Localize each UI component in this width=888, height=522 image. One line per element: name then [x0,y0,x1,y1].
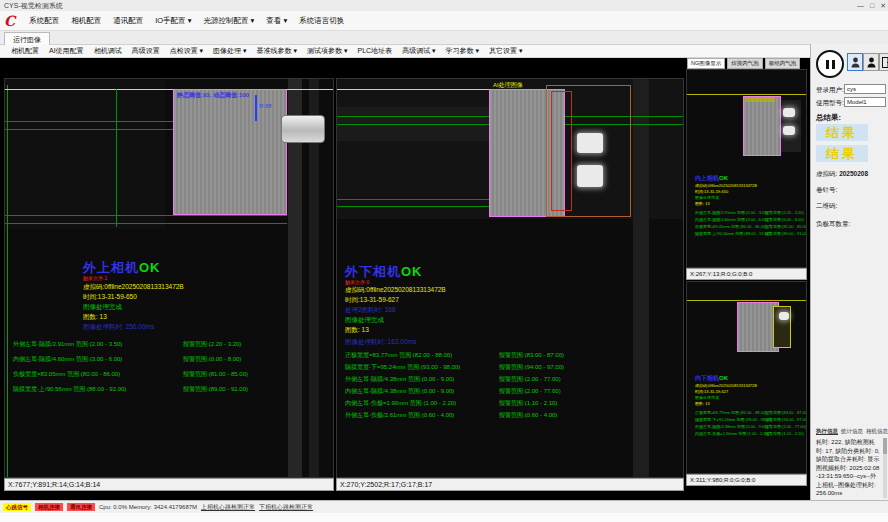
cam-up-heartbeat-status: 上相机心跳检测正常 [201,503,255,512]
camera-thumb-top[interactable]: 内上相机OK 虚拟码:0ffline2025020813313472B 时间:1… [686,69,807,268]
alarm-range-text: 报警范围:(83.00 - 87.00) [499,351,564,360]
green-guide-line [7,85,8,478]
tab-run-image[interactable]: 运行图像 [4,32,50,46]
pause-button[interactable] [816,50,844,78]
camera-view-center[interactable]: AI处理图像 外下相机OK 触发次序:0 虚拟码:0ffline20250208… [336,78,684,478]
measurement-text: 内侧左耳-隔膜/4.60mm 范围:(3.00 - 6.00) [13,355,122,364]
alarm-range-text: 报警范围:(94.00 - 97.00) [499,363,564,372]
exit-button[interactable] [879,53,888,71]
menu-comm-config[interactable]: 通讯配置 [107,16,149,26]
measurement-text: 隔膜宽度-上/90.56mm 范围:(88.00 - 92.00) [13,385,126,394]
thumb-bottom-statusbar: X:311;Y:980;R:0;G:0;B:0 [686,474,807,486]
measurement-text: 正极宽度=83.77mm 范围:(82.00 - 88.00) [345,351,452,360]
user-login-button[interactable] [847,53,863,71]
marker-label: R:88 [259,103,272,109]
time-line: 时间:13-31-59-650 [83,293,137,302]
measurement-row: 外侧左耳-隔膜/2.91mm 范围:(2.00 - 3.50) 报警范围:(2.… [5,340,333,350]
camera-title: 内上相机OK [695,174,728,183]
tool-ai-config[interactable]: AI使用配置 [44,46,89,56]
camera-result-ok: OK [401,264,423,279]
user-admin-button[interactable] [863,53,879,71]
yellow-reference-line [687,300,807,301]
menu-language-switch[interactable]: 系统语言切换 [293,16,350,26]
process-done-line: 图像处理完成 [695,195,719,200]
virtual-code-caption: 虚拟码: [816,170,837,177]
measurement-text: 负极宽度=83.05mm 范围:(80.00 - 86.00) [13,370,120,379]
alarm-range-text: 报警范围:(81.00 - 85.00) [765,224,807,229]
alarm-range-text: 报警范围:(83.00 - 87.00) [765,410,807,415]
menu-view[interactable]: 查看 ▾ [260,16,293,26]
alarm-range-text: 报警范围:(2.00 - 77.00) [499,387,561,396]
info-tab-camera[interactable]: 相机信息 [866,428,888,435]
process-done-line: 图像处理完成 [695,395,719,400]
thumb-top-coord-readout: X:267;Y:13;R:0;G:0;B:0 [690,271,752,277]
total-result-label: 总结果: [816,113,841,123]
measurement-text: 隔膜宽度-上/90.56mm 范围:(88.00 - 92.00) [695,231,771,236]
alarm-range-text: 报警范围:(81.00 - 85.00) [183,370,248,379]
measurement-text: 隔膜宽度-下=95.24mm 范围:(93.00 - 98.00) [345,363,460,372]
menu-io-config[interactable]: IO手配置 ▾ [149,16,197,26]
info-log-text: 耗时: 222, 缺陷检测耗时: 17, 缺陷分类耗时: 0, 缺陷提取合并耗时… [816,438,880,498]
tool-other-settings[interactable]: 其它设置 ▾ [484,46,527,56]
bright-weld-spot [783,126,795,135]
cam-down-heartbeat-status: 下相机心跳检测正常 [259,503,313,512]
measurement-text: 外侧左耳-隔膜/4.38mm 范围:(0.00 - 9.00) [695,424,768,429]
comm-connect-badge: 通讯连接 [67,503,95,511]
tool-learning-params[interactable]: 学习参数 ▾ [441,46,484,56]
bright-weld-spot [783,108,795,117]
tool-spotcheck-settings[interactable]: 点检设置 ▾ [165,46,208,56]
thumbnail-tab-bar: NG图像显示 焊接内气泡 极组内气泡 [687,58,800,69]
trigger-order-label: 触发次序:0 [345,279,369,285]
neg-tab-count-label: 负极耳数量: [816,220,850,229]
pause-icon [826,60,835,69]
minimize-icon[interactable]: — [857,0,864,11]
pin-number-label: 卷针号: [816,186,837,195]
measurement-row: 负极宽度=83.05mm 范围:(80.00 - 86.00) 报警范围:(81… [5,370,333,380]
cpu-memory-readout: Cpu: 0.0% Memory: 3424.4179687M [99,504,197,510]
info-tab-exec[interactable]: 执行信息 [816,428,838,435]
trigger-order-label: 触发次序:1 [83,275,107,281]
tool-test-params[interactable]: 测试项参数 ▾ [302,46,352,56]
tool-plc-address[interactable]: PLC地址表 [353,46,398,56]
alarm-range-text: 报警范围:(0.00 - 8.00) [765,217,804,222]
center-coord-statusbar: X:270;Y:2502;R:17;G:17;B:17 [336,478,684,491]
menu-light-config[interactable]: 光源控制配置 ▾ [197,16,260,26]
maximize-icon[interactable]: □ [870,0,874,11]
tool-baseline-params[interactable]: 基准线参数 ▾ [252,46,302,56]
tool-image-processing[interactable]: 图像处理 ▾ [208,46,251,56]
alarm-range-text: 报警范围:(89.00 - 91.00) [765,231,807,236]
blue-marker-line [255,95,257,121]
camera-view-left[interactable]: 静态阈值:93, 动态阈值:100 R:88 外上相机OK 触发次序:1 虚拟码… [4,78,334,478]
camera-result-ok: OK [719,375,728,381]
virtual-code-line: 虚拟码:0ffline2025020813313472B [345,286,446,295]
measurement-text: 内侧左耳-负极=1.90mm 范围:(1.00 - 2.20) [345,399,456,408]
alarm-range-text: 报警范围:(2.20 - 3.20) [183,340,241,349]
menu-camera-config[interactable]: 相机配置 [65,16,107,26]
pre-process-time-line: 处理2图耗时: 168 [345,306,396,315]
tool-advanced-settings[interactable]: 高级设置 [127,46,165,56]
camera-thumb-bottom[interactable]: 内下相机OK 虚拟码:0ffline2025020813313472B 时间:1… [686,281,807,474]
thumb-yellow-mark [745,97,775,102]
tool-advanced-debug[interactable]: 高级调试 ▾ [397,46,440,56]
close-icon[interactable]: ✕ [880,0,886,11]
user-dark-icon [867,57,876,68]
window-controls: — □ ✕ [857,0,886,11]
bright-weld-spot [577,133,603,153]
green-measure-line [5,121,173,122]
camera-name: 外下相机 [345,264,401,279]
thumb-tab-cell-bubble[interactable]: 极组内气泡 [765,58,801,69]
login-user-field[interactable]: cys [844,84,886,94]
qr-code-label: 二维码: [816,202,837,211]
thumb-tab-weld-bubble[interactable]: 焊接内气泡 [727,58,763,69]
measurement-row: 隔膜宽度-下=95.24mm 范围:(93.00 - 98.00) 报警范围:(… [337,363,683,373]
thumb-tab-ng-display[interactable]: NG图像显示 [687,58,725,69]
model-field[interactable]: Model1 [844,97,886,107]
info-tab-stats[interactable]: 统计信息 [841,428,863,435]
menu-system-config[interactable]: 系统配置 [23,16,65,26]
process-done-line: 图像处理完成 [345,316,384,325]
alarm-range-text: 报警范围:(2.20 - 3.20) [765,210,804,215]
yellow-reference-line [687,94,807,95]
info-scrollbar[interactable] [883,438,887,498]
tool-camera-debug[interactable]: 相机调试 [89,46,127,56]
tool-camera-config[interactable]: 相机配置 [6,46,44,56]
